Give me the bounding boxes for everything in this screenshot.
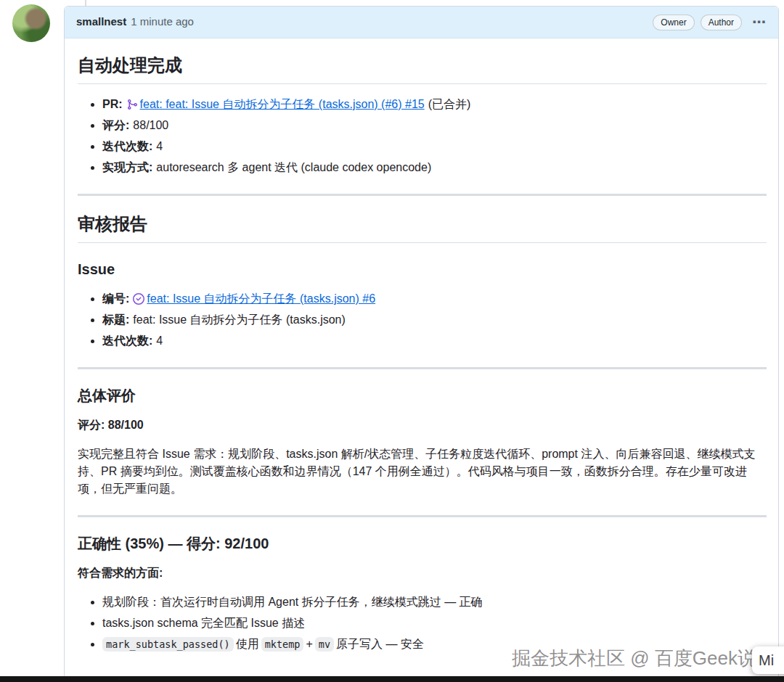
issue-link[interactable]: feat: Issue 自动拆分为子任务 (tasks.json) #6 [147, 292, 375, 305]
overall-score: 评分: 88/100 [78, 416, 767, 434]
issue-heading: Issue [78, 260, 767, 279]
method-label: 实现方式: [102, 161, 152, 173]
kebab-menu-icon[interactable]: ⋯ [752, 15, 767, 29]
issue-iterations-value: 4 [156, 334, 163, 347]
page-title: 自动处理完成 [78, 54, 767, 84]
correctness-heading: 正确性 (35%) — 得分: 92/100 [78, 535, 767, 553]
list-item-schema: tasks.json schema 完全匹配 Issue 描述 [102, 615, 767, 632]
inline-code-mv: mv [315, 637, 334, 652]
score-label: 评分: [102, 119, 129, 131]
correctness-lead: 符合需求的方面: [78, 564, 767, 582]
issue-title-value: feat: Issue 自动拆分为子任务 (tasks.json) [133, 313, 346, 326]
summary-list: PR:feat: feat: Issue 自动拆分为子任务 (tasks.jso… [78, 96, 767, 176]
timestamp-link[interactable]: 1 minute ago [131, 14, 194, 30]
item3-text-2: + [306, 638, 312, 650]
iterations-label: 迭代次数: [102, 140, 152, 152]
issue-closed-icon [133, 293, 144, 305]
section-divider [78, 367, 767, 369]
review-heading: 审核报告 [78, 213, 767, 243]
comment-card: smallnest 1 minute ago Owner Author ⋯ 自动… [64, 6, 779, 682]
pr-label: PR: [102, 98, 123, 110]
method-value: autoresearch 多 agent 迭代 (claude codex op… [156, 161, 431, 173]
issue-number-label: 编号: [102, 292, 129, 305]
git-merge-icon [126, 99, 138, 110]
username-link[interactable]: smallnest [76, 14, 126, 30]
item3-text-3: 原子写入 — 安全 [336, 638, 424, 650]
author-badge: Author [701, 15, 742, 30]
section-divider [78, 194, 767, 196]
list-item-pr: PR:feat: feat: Issue 自动拆分为子任务 (tasks.jso… [102, 96, 767, 113]
score-value: 88/100 [133, 119, 168, 131]
avatar[interactable] [12, 4, 50, 42]
inline-code-mktemp: mktemp [261, 637, 304, 652]
list-item-score: 评分:88/100 [102, 117, 767, 134]
issue-title-label: 标题: [102, 313, 129, 326]
inline-code-mark-subtask: mark_subtask_passed() [102, 637, 234, 652]
section-divider [78, 515, 767, 517]
list-item-issue-iterations: 迭代次数:4 [102, 332, 767, 350]
owner-badge: Owner [653, 15, 694, 30]
list-item-method: 实现方式:autoresearch 多 agent 迭代 (claude cod… [102, 159, 767, 176]
list-item-iterations: 迭代次数:4 [102, 138, 767, 155]
list-item-issue-number: 编号:feat: Issue 自动拆分为子任务 (tasks.json) #6 [102, 290, 767, 308]
item3-text-1: 使用 [236, 638, 259, 650]
overall-paragraph: 实现完整且符合 Issue 需求：规划阶段、tasks.json 解析/状态管理… [78, 445, 767, 498]
comment-body: 自动处理完成 PR:feat: feat: Issue 自动拆分为子任务 (ta… [65, 38, 778, 670]
bottom-bar [0, 676, 784, 682]
overlay-tooltip: Mi [752, 646, 784, 674]
watermark-text: 掘金技术社区 @ 百度Geek说 [512, 644, 756, 673]
list-item-planning: 规划阶段：首次运行时自动调用 Agent 拆分子任务，继续模式跳过 — 正确 [102, 593, 767, 611]
iterations-value: 4 [156, 140, 163, 152]
issue-list: 编号:feat: Issue 自动拆分为子任务 (tasks.json) #6 … [78, 290, 767, 350]
overall-heading: 总体评价 [78, 387, 767, 405]
pr-link[interactable]: feat: feat: Issue 自动拆分为子任务 (tasks.json) … [140, 98, 425, 110]
issue-iterations-label: 迭代次数: [102, 334, 152, 347]
list-item-issue-title: 标题:feat: Issue 自动拆分为子任务 (tasks.json) [102, 311, 767, 329]
comment-header: smallnest 1 minute ago Owner Author ⋯ [65, 7, 778, 38]
pr-status: (已合并) [428, 98, 471, 110]
